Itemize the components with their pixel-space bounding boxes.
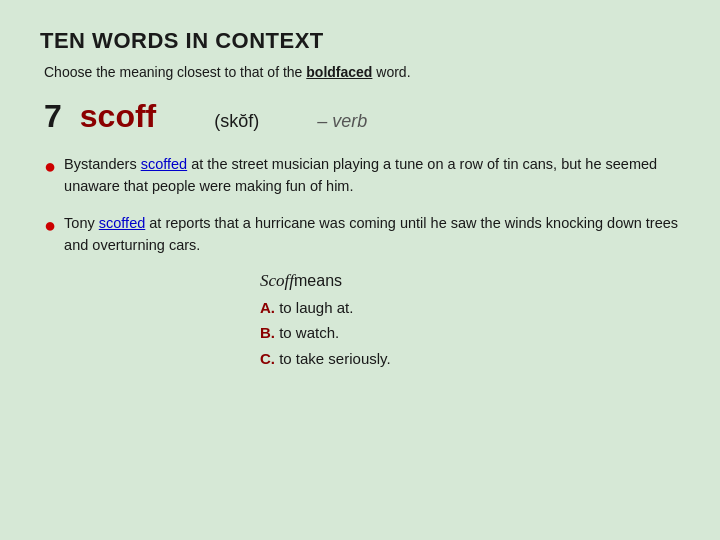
subtitle-bold-word: boldfaced (306, 64, 372, 80)
answer-item-a: A. to laugh at. (260, 295, 680, 321)
answer-item-c: C. to take seriously. (260, 346, 680, 372)
word-header: 7 scoff (skŏf) – verb (44, 98, 680, 135)
subtitle-text-after: word. (372, 64, 410, 80)
answers-intro: Scoffmeans (260, 271, 680, 291)
bullet-2-after: at reports that a hurricane was coming u… (64, 215, 678, 253)
answers-intro-rest: means (294, 272, 342, 289)
bullet-text-2: Tony scoffed at reports that a hurricane… (64, 212, 680, 257)
page-container: TEN WORDS IN CONTEXT Choose the meaning … (0, 0, 720, 540)
word-pronunciation: (skŏf) (214, 111, 259, 132)
bullet-item-1: ● Bystanders scoffed at the street music… (44, 153, 680, 198)
bullet-2-before: Tony (64, 215, 99, 231)
bullet-text-1: Bystanders scoffed at the street musicia… (64, 153, 680, 198)
bullet-1-highlight: scoffed (141, 156, 188, 172)
bullet-2-highlight: scoffed (99, 215, 146, 231)
subtitle: Choose the meaning closest to that of th… (44, 64, 680, 80)
answers-intro-italic: Scoff (260, 271, 294, 290)
bullet-section-1: ● Bystanders scoffed at the street music… (44, 153, 680, 198)
answer-label-a: A. (260, 299, 275, 316)
answer-text-b: to watch. (279, 324, 339, 341)
word-main: scoff (80, 98, 156, 135)
answer-label-c: C. (260, 350, 275, 367)
bullet-item-2: ● Tony scoffed at reports that a hurrica… (44, 212, 680, 257)
answers-section: Scoffmeans A. to laugh at. B. to watch. … (260, 271, 680, 372)
answer-item-b: B. to watch. (260, 320, 680, 346)
word-pos: – verb (317, 111, 367, 132)
bullet-dot-1: ● (44, 151, 56, 182)
bullet-1-before: Bystanders (64, 156, 141, 172)
page-title: TEN WORDS IN CONTEXT (40, 28, 680, 54)
subtitle-text-before: Choose the meaning closest to that of th… (44, 64, 306, 80)
answer-text-a: to laugh at. (279, 299, 353, 316)
word-number: 7 (44, 98, 62, 135)
bullet-dot-2: ● (44, 210, 56, 241)
answer-label-b: B. (260, 324, 275, 341)
bullet-section-2: ● Tony scoffed at reports that a hurrica… (44, 212, 680, 257)
answer-text-c: to take seriously. (279, 350, 390, 367)
